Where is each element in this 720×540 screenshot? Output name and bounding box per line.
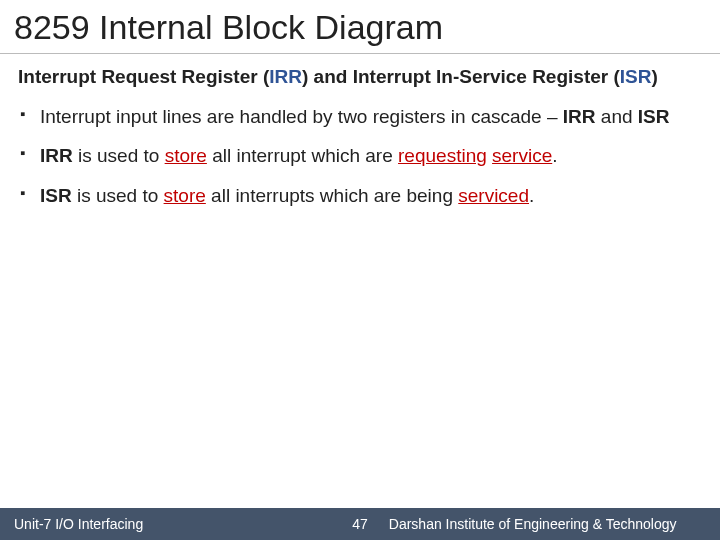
bullet-1-text-1: Interrupt input lines are handled by two… [40, 106, 563, 127]
heading-abbr-isr: ISR [620, 66, 652, 87]
bullet-3-text-1: is used to [72, 185, 164, 206]
section-heading: Interrupt Request Register (IRR) and Int… [18, 64, 702, 90]
bullet-3: ISR is used to store all interrupts whic… [18, 183, 702, 209]
heading-text-1: Interrupt Request Register ( [18, 66, 269, 87]
bullet-1-bold-1: IRR [563, 106, 596, 127]
bullet-2-text-2: all interrupt which are [207, 145, 398, 166]
bullet-1-text-2: and [596, 106, 638, 127]
footer-page-number: 47 [342, 516, 378, 532]
bullet-list: Interrupt input lines are handled by two… [18, 104, 702, 209]
heading-text-2: ) and Interrupt In-Service Register ( [302, 66, 620, 87]
bullet-2-bold-1: IRR [40, 145, 73, 166]
heading-abbr-irr: IRR [269, 66, 302, 87]
bullet-2-text-4: . [552, 145, 557, 166]
footer-institute: Darshan Institute of Engineering & Techn… [389, 516, 677, 532]
bullet-1: Interrupt input lines are handled by two… [18, 104, 702, 130]
bullet-2: IRR is used to store all interrupt which… [18, 143, 702, 169]
bullet-3-text-3: . [529, 185, 534, 206]
bullet-2-text-1: is used to [73, 145, 165, 166]
slide: 8259 Internal Block Diagram Interrupt Re… [0, 0, 720, 540]
bullet-3-bold-1: ISR [40, 185, 72, 206]
bullet-3-text-2: all interrupts which are being [206, 185, 458, 206]
bullet-3-red-2: serviced [458, 185, 529, 206]
bullet-2-red-1: store [165, 145, 207, 166]
bullet-3-red-1: store [164, 185, 206, 206]
heading-text-3: ) [651, 66, 657, 87]
slide-title: 8259 Internal Block Diagram [0, 0, 720, 54]
slide-content: Interrupt Request Register (IRR) and Int… [0, 54, 720, 508]
bullet-1-bold-2: ISR [638, 106, 670, 127]
slide-footer: Unit-7 I/O Interfacing 47 Darshan Instit… [0, 508, 720, 540]
bullet-2-red-3: service [492, 145, 552, 166]
bullet-2-red-2: requesting [398, 145, 487, 166]
